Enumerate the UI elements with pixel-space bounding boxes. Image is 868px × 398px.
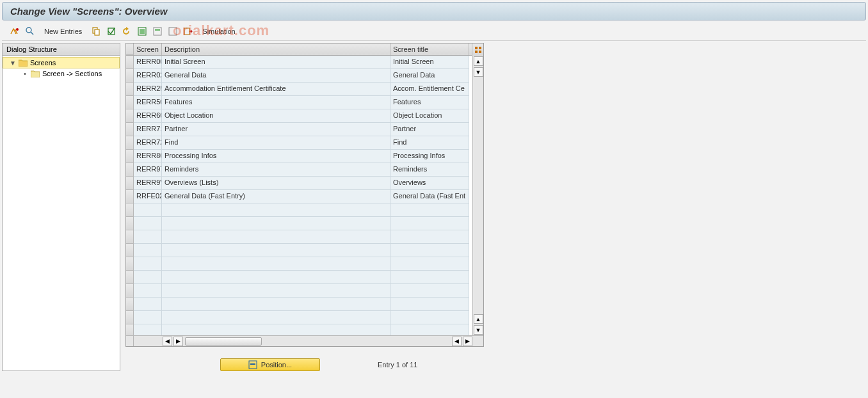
cell-title[interactable]: Processing Infos [390, 150, 469, 163]
row-selector[interactable] [126, 190, 134, 203]
cell-description[interactable]: Accommodation Entitlement Certificate [162, 83, 390, 96]
row-selector[interactable] [126, 203, 134, 217]
cell-description[interactable]: Initial Screen [162, 56, 390, 69]
cell-screen[interactable] [134, 271, 162, 284]
table-row[interactable]: RERR80Processing InfosProcessing Infos [126, 150, 472, 163]
cell-description[interactable] [162, 230, 390, 244]
row-selector[interactable] [126, 311, 134, 324]
cell-title[interactable]: Accom. Entitlement Ce [390, 83, 469, 96]
hscroll-right2-icon[interactable]: ▶ [463, 337, 472, 346]
cell-screen[interactable]: RERR02 [134, 69, 162, 83]
row-selector[interactable] [126, 83, 134, 96]
cell-screen[interactable]: RERR00 [134, 56, 162, 69]
position-button[interactable]: Position... [220, 358, 320, 371]
row-selector[interactable] [126, 177, 134, 190]
scroll-up-icon[interactable]: ▲ [474, 56, 483, 66]
cell-description[interactable] [162, 257, 390, 271]
tree-toggle-icon[interactable]: • [22, 70, 28, 77]
row-selector[interactable] [126, 69, 134, 83]
cell-description[interactable]: Processing Infos [162, 150, 390, 163]
cell-title[interactable] [390, 298, 469, 311]
table-row[interactable] [126, 311, 472, 324]
row-selector[interactable] [126, 284, 134, 298]
cell-description[interactable]: Features [162, 96, 390, 109]
cell-title[interactable] [390, 257, 469, 271]
cell-title[interactable] [390, 244, 469, 257]
cell-description[interactable]: General Data [162, 69, 390, 83]
tree-item[interactable]: ▼Screens [3, 57, 120, 68]
table-row[interactable]: RERR97RemindersReminders [126, 163, 472, 177]
cell-description[interactable]: Reminders [162, 163, 390, 177]
table-row[interactable] [126, 244, 472, 257]
row-selector[interactable] [126, 163, 134, 177]
cell-title[interactable]: Features [390, 96, 469, 109]
table-row[interactable] [126, 230, 472, 244]
cell-title[interactable] [390, 230, 469, 244]
cell-screen[interactable]: RERR72 [134, 136, 162, 150]
cell-screen[interactable]: RERR71 [134, 123, 162, 136]
cell-title[interactable] [390, 203, 469, 217]
cell-description[interactable] [162, 203, 390, 217]
table-row[interactable]: RERR00Initial ScreenInitial Screen [126, 56, 472, 69]
row-selector[interactable] [126, 271, 134, 284]
grid-settings-icon[interactable] [472, 44, 483, 56]
select-all-icon[interactable] [136, 25, 149, 38]
cell-screen[interactable]: RERR80 [134, 150, 162, 163]
row-selector[interactable] [126, 96, 134, 109]
configure-icon[interactable] [182, 25, 195, 38]
delete-icon[interactable] [105, 25, 118, 38]
cell-title[interactable]: Reminders [390, 163, 469, 177]
table-row[interactable] [126, 257, 472, 271]
cell-screen[interactable]: RERR97 [134, 163, 162, 177]
table-row[interactable]: RERR60Object LocationObject Location [126, 109, 472, 123]
table-row[interactable] [126, 284, 472, 298]
col-header-title[interactable]: Screen title [390, 44, 469, 55]
row-selector[interactable] [126, 56, 134, 69]
cell-title[interactable]: Find [390, 136, 469, 150]
cell-description[interactable]: General Data (Fast Entry) [162, 190, 390, 203]
cell-title[interactable] [390, 284, 469, 298]
row-selector[interactable] [126, 257, 134, 271]
cell-screen[interactable]: RERR50 [134, 96, 162, 109]
row-selector[interactable] [126, 150, 134, 163]
table-row[interactable]: RERR25Accommodation Entitlement Certific… [126, 83, 472, 96]
cell-screen[interactable]: RERR25 [134, 83, 162, 96]
cell-screen[interactable] [134, 244, 162, 257]
hscroll-left2-icon[interactable]: ◀ [452, 337, 462, 346]
cell-title[interactable]: Partner [390, 123, 469, 136]
cell-description[interactable] [162, 284, 390, 298]
scroll-down2-icon[interactable]: ▼ [474, 325, 483, 335]
cell-description[interactable] [162, 311, 390, 324]
col-header-description[interactable]: Description [162, 44, 390, 55]
cell-title[interactable] [390, 311, 469, 324]
copy-icon[interactable] [90, 25, 102, 38]
cell-title[interactable]: Initial Screen [390, 56, 469, 69]
row-selector[interactable] [126, 217, 134, 230]
cell-screen[interactable]: RRFE02 [134, 190, 162, 203]
row-selector[interactable] [126, 244, 134, 257]
cell-description[interactable]: Find [162, 136, 390, 150]
select-block-icon[interactable] [151, 25, 164, 38]
cell-description[interactable]: Partner [162, 123, 390, 136]
scroll-down-icon[interactable]: ▼ [474, 67, 483, 77]
cell-title[interactable] [390, 271, 469, 284]
row-selector[interactable] [126, 109, 134, 123]
table-row[interactable] [126, 298, 472, 311]
cell-screen[interactable]: RERR60 [134, 109, 162, 123]
cell-title[interactable]: General Data (Fast Ent [390, 190, 469, 203]
cell-description[interactable] [162, 271, 390, 284]
hscroll-left-icon[interactable]: ◀ [163, 337, 172, 346]
cell-screen[interactable] [134, 257, 162, 271]
cell-screen[interactable] [134, 203, 162, 217]
cell-screen[interactable] [134, 217, 162, 230]
find-icon[interactable] [24, 25, 36, 38]
cell-screen[interactable] [134, 230, 162, 244]
row-selector[interactable] [126, 298, 134, 311]
table-row[interactable]: RERR71PartnerPartner [126, 123, 472, 136]
tree-toggle-icon[interactable]: ▼ [10, 60, 16, 67]
horizontal-scrollbar[interactable]: ◀ ▶ ◀ ▶ [126, 335, 483, 346]
table-row[interactable]: RERR02General DataGeneral Data [126, 69, 472, 83]
table-row[interactable] [126, 324, 472, 335]
undo-icon[interactable] [120, 25, 133, 38]
table-row[interactable] [126, 217, 472, 230]
